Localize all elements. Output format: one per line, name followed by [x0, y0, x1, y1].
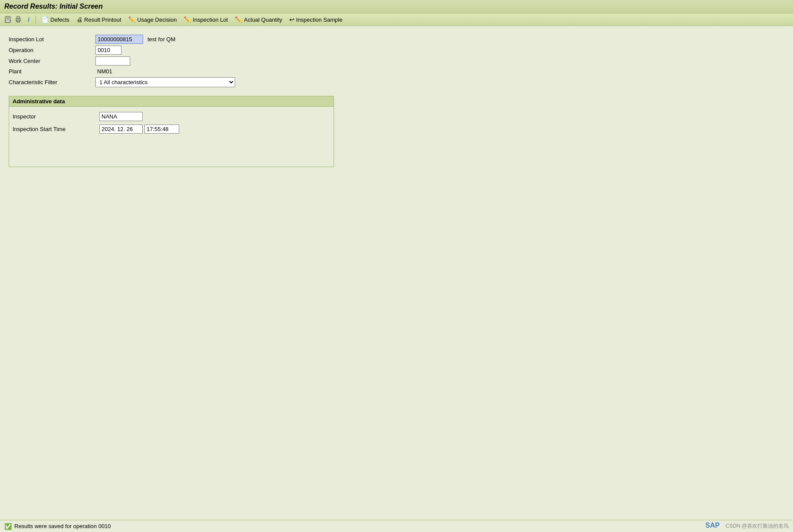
- admin-box-content: Inspector Inspection Start Time: [9, 107, 334, 167]
- save-icon[interactable]: [3, 15, 12, 24]
- inspection-lot-button[interactable]: ✏️ Inspection Lot: [181, 15, 230, 24]
- inspector-input[interactable]: [99, 112, 143, 121]
- inspection-lot-label: Inspection Lot: [193, 16, 228, 23]
- usage-decision-button[interactable]: ✏️ Usage Decision: [125, 15, 179, 24]
- characteristic-filter-select[interactable]: 1 All characteristics 2 Open characteris…: [96, 78, 235, 87]
- admin-box-header: Administrative data: [9, 96, 334, 107]
- work-center-input[interactable]: [95, 56, 130, 66]
- result-printout-label: Result Printout: [84, 16, 121, 23]
- inspection-start-date-input[interactable]: [99, 125, 143, 134]
- actual-quantity-icon: ✏️: [235, 16, 242, 23]
- actual-quantity-button[interactable]: ✏️ Actual Quantity: [232, 15, 285, 24]
- inspection-sample-label: Inspection Sample: [296, 16, 343, 23]
- inspection-sample-button[interactable]: ↩ Inspection Sample: [287, 15, 345, 24]
- inspection-lot-icon: ✏️: [184, 16, 191, 23]
- operation-row: Operation: [9, 46, 784, 55]
- characteristic-filter-wrapper: 1 All characteristics 2 Open characteris…: [95, 77, 235, 87]
- defects-button[interactable]: 📄 Defects: [39, 15, 72, 24]
- inspection-start-label: Inspection Start Time: [13, 126, 99, 132]
- sap-logo: SAP: [705, 521, 723, 532]
- plant-value: NM01: [95, 67, 121, 76]
- inspection-start-time-input[interactable]: [144, 125, 179, 134]
- defects-label: Defects: [50, 16, 69, 23]
- characteristic-filter-label: Characteristic Filter: [9, 79, 95, 85]
- separator-1: [36, 16, 36, 23]
- defects-icon: 📄: [41, 16, 49, 23]
- work-center-label: Work Center: [9, 58, 95, 64]
- main-content: Inspection Lot test for QM Operation Wor…: [0, 26, 793, 176]
- result-printout-button[interactable]: 🖨 Result Printout: [74, 15, 124, 24]
- status-bar: ✅ Results were saved for operation 0010 …: [0, 520, 793, 532]
- result-printout-icon: 🖨: [76, 16, 82, 23]
- usage-decision-icon: ✏️: [128, 16, 135, 23]
- status-check-icon: ✅: [4, 523, 12, 530]
- plant-label: Plant: [9, 68, 95, 75]
- title-bar: Record Results: Initial Screen: [0, 0, 793, 13]
- usage-decision-label: Usage Decision: [137, 16, 177, 23]
- csdn-watermark: CSDN @喜欢打酱油的老鸟: [725, 522, 789, 530]
- inspector-label: Inspector: [13, 113, 99, 120]
- inspection-lot-field-label: Inspection Lot: [9, 36, 95, 43]
- inspector-row: Inspector: [13, 112, 330, 121]
- form-section: Inspection Lot test for QM Operation Wor…: [9, 35, 784, 87]
- svg-text:SAP: SAP: [705, 522, 720, 529]
- inspection-lot-input[interactable]: [95, 35, 143, 44]
- inspection-lot-desc: test for QM: [147, 36, 175, 43]
- toolbar: i 📄 Defects 🖨 Result Printout ✏️ Usage D…: [0, 13, 793, 26]
- status-message: Results were saved for operation 0010: [14, 523, 111, 529]
- svg-rect-2: [6, 20, 10, 22]
- characteristic-filter-row: Characteristic Filter 1 All characterist…: [9, 77, 784, 87]
- svg-rect-1: [7, 16, 9, 19]
- info-icon[interactable]: i: [24, 15, 33, 24]
- operation-label: Operation: [9, 47, 95, 53]
- inspection-sample-icon: ↩: [289, 16, 295, 23]
- actual-quantity-label: Actual Quantity: [244, 16, 282, 23]
- work-center-row: Work Center: [9, 56, 784, 66]
- operation-input[interactable]: [95, 46, 121, 55]
- admin-box-spacer: [13, 135, 330, 161]
- inspection-start-row: Inspection Start Time: [13, 125, 330, 134]
- administrative-data-box: Administrative data Inspector Inspection…: [9, 96, 334, 167]
- inspection-lot-row: Inspection Lot test for QM: [9, 35, 784, 44]
- print-icon[interactable]: [14, 15, 23, 24]
- plant-row: Plant NM01: [9, 67, 784, 76]
- status-left: ✅ Results were saved for operation 0010: [4, 523, 111, 530]
- status-right: SAP CSDN @喜欢打酱油的老鸟: [705, 521, 789, 532]
- page-title: Record Results: Initial Screen: [4, 3, 789, 10]
